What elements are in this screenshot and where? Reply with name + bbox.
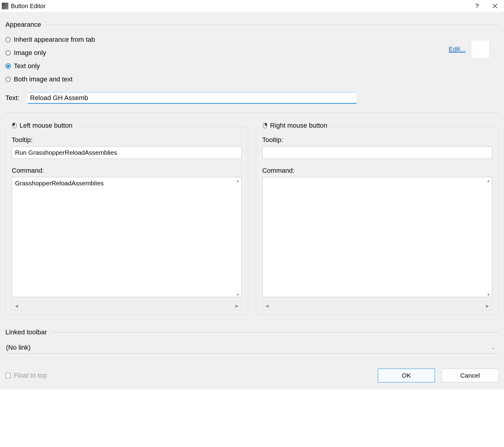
- scroll-right-icon: ▶: [486, 304, 489, 308]
- left-horizontal-scrollbar[interactable]: ◀ ▶: [12, 302, 242, 310]
- left-command-label: Command:: [12, 167, 242, 175]
- image-preview[interactable]: [471, 40, 490, 59]
- edit-image-link[interactable]: Edit...: [449, 45, 466, 53]
- text-label: Text:: [5, 94, 20, 102]
- radio-icon: [5, 50, 11, 56]
- right-tooltip-input[interactable]: [262, 146, 492, 159]
- radio-icon: [5, 77, 11, 82]
- right-mouse-panel: Right mouse button Tooltip: Command: ▲▼ …: [256, 127, 499, 315]
- chevron-down-icon: ⌄: [491, 345, 495, 350]
- cancel-button[interactable]: Cancel: [442, 369, 499, 382]
- right-tooltip-label: Tooltip:: [262, 136, 492, 144]
- radio-text-only[interactable]: Text only: [5, 62, 449, 70]
- scroll-right-icon: ▶: [235, 304, 238, 308]
- scroll-left-icon: ◀: [266, 304, 269, 308]
- right-command-textarea[interactable]: [262, 177, 492, 297]
- window-title: Button Editor: [11, 3, 46, 10]
- button-text-input[interactable]: [28, 92, 357, 104]
- divider: [5, 113, 499, 113]
- appearance-group-header: Appearance: [5, 21, 499, 29]
- radio-both[interactable]: Both image and text: [5, 75, 449, 83]
- float-to-top-label: Float to top: [14, 372, 47, 379]
- linked-toolbar-value: (No link): [6, 344, 31, 351]
- radio-inherit[interactable]: Inherit appearance from tab: [5, 36, 449, 44]
- right-mouse-title: Right mouse button: [270, 122, 327, 129]
- linked-toolbar-select[interactable]: (No link) ⌄: [5, 342, 499, 354]
- app-icon: [2, 3, 8, 9]
- scroll-left-icon: ◀: [15, 304, 18, 308]
- left-tooltip-label: Tooltip:: [12, 136, 242, 144]
- right-command-label: Command:: [262, 167, 492, 175]
- radio-icon: [5, 37, 11, 42]
- mouse-left-icon: [12, 123, 17, 128]
- linked-toolbar-label: Linked toolbar: [5, 328, 47, 336]
- ok-button[interactable]: OK: [378, 369, 435, 382]
- help-button[interactable]: ?: [468, 0, 486, 12]
- radio-icon: [5, 63, 11, 69]
- linked-toolbar-header: Linked toolbar: [5, 328, 499, 336]
- radio-text-only-label: Text only: [14, 62, 40, 70]
- right-horizontal-scrollbar[interactable]: ◀ ▶: [262, 302, 492, 310]
- close-icon: [493, 4, 497, 8]
- radio-image-only[interactable]: Image only: [5, 49, 449, 57]
- left-command-textarea[interactable]: [12, 177, 242, 297]
- radio-image-only-label: Image only: [14, 49, 46, 57]
- left-mouse-title: Left mouse button: [20, 122, 72, 129]
- float-to-top-checkbox[interactable]: Float to top: [5, 372, 47, 379]
- radio-inherit-label: Inherit appearance from tab: [14, 36, 95, 44]
- mouse-right-icon: [263, 123, 267, 128]
- appearance-label: Appearance: [5, 21, 41, 29]
- close-button[interactable]: [486, 0, 504, 12]
- left-tooltip-input[interactable]: [12, 146, 242, 159]
- checkbox-icon: [5, 373, 11, 378]
- title-bar: Button Editor ?: [0, 0, 504, 12]
- left-mouse-panel: Left mouse button Tooltip: Command: ▲▼ ◀…: [5, 127, 248, 315]
- radio-both-label: Both image and text: [14, 75, 73, 83]
